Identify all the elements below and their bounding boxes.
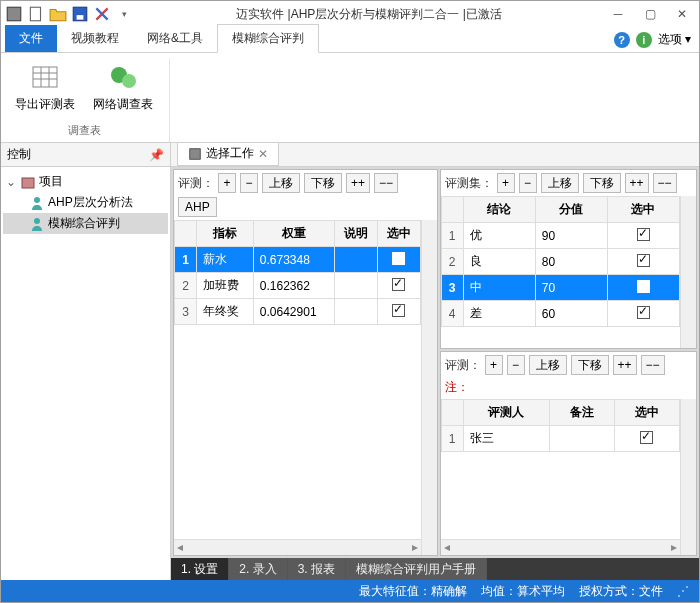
table-row[interactable]: 1张三 xyxy=(441,426,679,452)
export-eval-button[interactable]: 导出评测表 xyxy=(11,59,79,115)
remove-button[interactable]: − xyxy=(519,173,537,193)
qat-dropdown-icon[interactable]: ▾ xyxy=(115,5,133,23)
table-row[interactable]: 3中70 xyxy=(441,275,679,301)
cell[interactable]: 60 xyxy=(535,301,607,327)
tab-net-tools[interactable]: 网络&工具 xyxy=(133,25,217,52)
ahp-button[interactable]: AHP xyxy=(178,197,217,217)
move-down-button[interactable]: 下移 xyxy=(583,173,621,193)
options-button[interactable]: 选项 ▾ xyxy=(658,31,691,48)
bottom-tab-settings[interactable]: 1. 设置 xyxy=(171,558,229,580)
app-icon[interactable] xyxy=(5,5,23,23)
move-up-button[interactable]: 上移 xyxy=(541,173,579,193)
tree-root-project[interactable]: ⌄ 项目 xyxy=(3,171,168,192)
cell[interactable] xyxy=(334,247,377,273)
checkbox-icon[interactable] xyxy=(392,278,405,291)
scrollbar-vertical[interactable] xyxy=(680,399,696,555)
resultset-grid[interactable]: 结论 分值 选中 1优902良803中704差60 xyxy=(441,196,680,327)
cell[interactable]: 加班费 xyxy=(197,273,254,299)
add-button[interactable]: + xyxy=(497,173,515,193)
cell[interactable]: 张三 xyxy=(463,426,549,452)
collapse-icon[interactable]: ⌄ xyxy=(5,175,17,189)
remove-button[interactable]: − xyxy=(507,355,525,375)
checkbox-icon[interactable] xyxy=(637,228,650,241)
checkbox-icon[interactable] xyxy=(392,304,405,317)
save-icon[interactable] xyxy=(71,5,89,23)
bottom-tab-manual[interactable]: 模糊综合评判用户手册 xyxy=(346,558,487,580)
cell[interactable]: 0.162362 xyxy=(253,273,334,299)
cell[interactable]: 70 xyxy=(535,275,607,301)
tab-fuzzy[interactable]: 模糊综合评判 xyxy=(217,24,319,53)
add-button[interactable]: + xyxy=(218,173,236,193)
cell-checkbox[interactable] xyxy=(377,273,420,299)
plus-plus-button[interactable]: ++ xyxy=(346,173,370,193)
cell[interactable]: 0.0642901 xyxy=(253,299,334,325)
criteria-grid[interactable]: 指标 权重 说明 选中 1薪水0.6733482加班费0.1623623年终奖0… xyxy=(174,220,421,325)
resize-grip-icon[interactable]: ⋰ xyxy=(677,584,689,598)
cell[interactable]: 年终奖 xyxy=(197,299,254,325)
scrollbar-horizontal[interactable]: ◂▸ xyxy=(441,539,680,555)
info-icon[interactable]: i xyxy=(636,32,652,48)
table-row[interactable]: 1优90 xyxy=(441,223,679,249)
move-up-button[interactable]: 上移 xyxy=(529,355,567,375)
tab-file[interactable]: 文件 xyxy=(5,25,57,52)
bottom-tab-report[interactable]: 3. 报表 xyxy=(288,558,346,580)
cell[interactable]: 薪水 xyxy=(197,247,254,273)
cell[interactable]: 中 xyxy=(463,275,535,301)
cell-checkbox[interactable] xyxy=(377,299,420,325)
minus-minus-button[interactable]: −− xyxy=(641,355,665,375)
remove-button[interactable]: − xyxy=(240,173,258,193)
cell-checkbox[interactable] xyxy=(614,426,679,452)
help-icon[interactable]: ? xyxy=(614,32,630,48)
checkbox-icon[interactable] xyxy=(637,306,650,319)
cell[interactable]: 差 xyxy=(463,301,535,327)
cell[interactable]: 优 xyxy=(463,223,535,249)
move-down-button[interactable]: 下移 xyxy=(304,173,342,193)
net-survey-button[interactable]: 网络调查表 xyxy=(89,59,157,115)
cell[interactable]: 0.673348 xyxy=(253,247,334,273)
checkbox-icon[interactable] xyxy=(637,280,650,293)
cell-checkbox[interactable] xyxy=(377,247,420,273)
scrollbar-vertical[interactable] xyxy=(680,196,696,348)
cell-checkbox[interactable] xyxy=(607,223,679,249)
tab-close-icon[interactable]: ✕ xyxy=(258,147,268,161)
table-row[interactable]: 4差60 xyxy=(441,301,679,327)
plus-plus-button[interactable]: ++ xyxy=(625,173,649,193)
maximize-button[interactable]: ▢ xyxy=(637,5,663,23)
cell-checkbox[interactable] xyxy=(607,301,679,327)
table-row[interactable]: 1薪水0.673348 xyxy=(175,247,421,273)
open-icon[interactable] xyxy=(49,5,67,23)
bottom-tab-entry[interactable]: 2. 录入 xyxy=(229,558,287,580)
cell[interactable] xyxy=(334,273,377,299)
cell-checkbox[interactable] xyxy=(607,249,679,275)
checkbox-icon[interactable] xyxy=(637,254,650,267)
cell[interactable]: 80 xyxy=(535,249,607,275)
add-button[interactable]: + xyxy=(485,355,503,375)
move-down-button[interactable]: 下移 xyxy=(571,355,609,375)
table-row[interactable]: 3年终奖0.0642901 xyxy=(175,299,421,325)
minus-minus-button[interactable]: −− xyxy=(374,173,398,193)
checkbox-icon[interactable] xyxy=(640,431,653,444)
tree-item-fuzzy[interactable]: 模糊综合评判 xyxy=(3,213,168,234)
scrollbar-horizontal[interactable]: ◂▸ xyxy=(174,539,421,555)
close-button[interactable]: ✕ xyxy=(669,5,695,23)
plus-plus-button[interactable]: ++ xyxy=(613,355,637,375)
tools-icon[interactable] xyxy=(93,5,111,23)
tree-item-ahp[interactable]: AHP层次分析法 xyxy=(3,192,168,213)
tab-select-work[interactable]: 选择工作 ✕ xyxy=(177,143,279,166)
evaluators-grid[interactable]: 评测人 备注 选中 1张三 xyxy=(441,399,680,452)
checkbox-icon[interactable] xyxy=(392,252,405,265)
table-row[interactable]: 2良80 xyxy=(441,249,679,275)
tab-video[interactable]: 视频教程 xyxy=(57,25,133,52)
cell[interactable]: 90 xyxy=(535,223,607,249)
cell[interactable] xyxy=(334,299,377,325)
minimize-button[interactable]: ─ xyxy=(605,5,631,23)
scrollbar-vertical[interactable] xyxy=(421,220,437,555)
new-icon[interactable] xyxy=(27,5,45,23)
move-up-button[interactable]: 上移 xyxy=(262,173,300,193)
table-row[interactable]: 2加班费0.162362 xyxy=(175,273,421,299)
cell[interactable] xyxy=(549,426,614,452)
cell-checkbox[interactable] xyxy=(607,275,679,301)
cell[interactable]: 良 xyxy=(463,249,535,275)
minus-minus-button[interactable]: −− xyxy=(653,173,677,193)
pin-icon[interactable]: 📌 xyxy=(149,148,164,162)
